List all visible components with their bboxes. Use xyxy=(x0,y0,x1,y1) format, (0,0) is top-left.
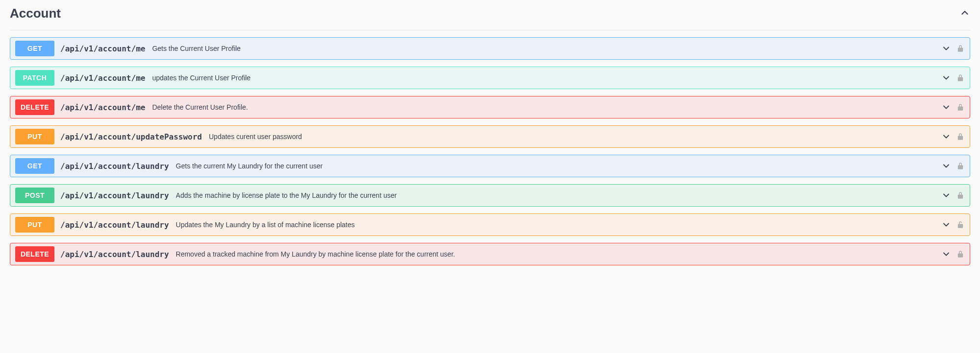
lock-icon[interactable] xyxy=(956,191,965,200)
endpoint-description: Updates curent user password xyxy=(209,133,941,141)
row-actions xyxy=(941,44,965,53)
operation-row[interactable]: POST/api/v1/account/laundryAdds the mach… xyxy=(10,184,970,207)
method-badge: PUT xyxy=(15,217,54,233)
endpoint-description: updates the Current User Profile xyxy=(152,74,941,82)
operation-list: GET/api/v1/account/meGets the Current Us… xyxy=(10,37,970,265)
endpoint-path: /api/v1/account/laundry xyxy=(60,250,169,259)
lock-icon[interactable] xyxy=(956,44,965,53)
lock-icon[interactable] xyxy=(956,162,965,170)
endpoint-path: /api/v1/account/laundry xyxy=(60,220,169,230)
row-actions xyxy=(941,220,965,230)
endpoint-description: Updates the My Laundry by a list of mach… xyxy=(176,221,941,229)
row-actions xyxy=(941,102,965,112)
chevron-down-icon[interactable] xyxy=(941,161,951,171)
endpoint-description: Removed a tracked machine from My Laundr… xyxy=(176,250,941,258)
row-actions xyxy=(941,161,965,171)
method-badge: PATCH xyxy=(15,70,54,86)
chevron-down-icon[interactable] xyxy=(941,102,951,112)
lock-open-icon[interactable] xyxy=(956,220,965,229)
lock-icon[interactable] xyxy=(956,132,965,141)
lock-icon[interactable] xyxy=(956,250,965,259)
operation-row[interactable]: DELETE/api/v1/account/laundryRemoved a t… xyxy=(10,243,970,265)
method-badge: DELETE xyxy=(15,246,54,262)
operation-row[interactable]: DELETE/api/v1/account/meDelete the Curre… xyxy=(10,96,970,118)
endpoint-path: /api/v1/account/laundry xyxy=(60,162,169,171)
endpoint-path: /api/v1/account/updatePassword xyxy=(60,132,202,141)
lock-icon[interactable] xyxy=(956,73,965,82)
row-actions xyxy=(941,190,965,200)
operation-row[interactable]: PUT/api/v1/account/updatePasswordUpdates… xyxy=(10,125,970,148)
row-actions xyxy=(941,132,965,141)
endpoint-path: /api/v1/account/laundry xyxy=(60,191,169,200)
method-badge: POST xyxy=(15,188,54,203)
endpoint-path: /api/v1/account/me xyxy=(60,73,145,83)
method-badge: DELETE xyxy=(15,99,54,115)
endpoint-description: Gets the current My Laundry for the curr… xyxy=(176,162,941,170)
endpoint-description: Adds the machine by license plate to the… xyxy=(176,191,941,199)
operation-row[interactable]: PATCH/api/v1/account/meupdates the Curre… xyxy=(10,67,970,89)
endpoint-description: Delete the Current User Profile. xyxy=(152,103,941,111)
row-actions xyxy=(941,73,965,83)
endpoint-path: /api/v1/account/me xyxy=(60,44,145,53)
chevron-down-icon[interactable] xyxy=(941,249,951,259)
method-badge: PUT xyxy=(15,129,54,144)
chevron-down-icon[interactable] xyxy=(941,132,951,141)
chevron-down-icon[interactable] xyxy=(941,190,951,200)
section-header[interactable]: Account xyxy=(10,0,970,30)
endpoint-path: /api/v1/account/me xyxy=(60,103,145,112)
section-title: Account xyxy=(10,6,61,21)
operation-row[interactable]: GET/api/v1/account/laundryGets the curre… xyxy=(10,155,970,177)
lock-icon[interactable] xyxy=(956,103,965,112)
operation-row[interactable]: PUT/api/v1/account/laundryUpdates the My… xyxy=(10,213,970,236)
chevron-down-icon[interactable] xyxy=(941,73,951,83)
endpoint-description: Gets the Current User Profile xyxy=(152,45,941,52)
row-actions xyxy=(941,249,965,259)
operation-row[interactable]: GET/api/v1/account/meGets the Current Us… xyxy=(10,37,970,60)
chevron-down-icon[interactable] xyxy=(941,44,951,53)
method-badge: GET xyxy=(15,158,54,174)
method-badge: GET xyxy=(15,41,54,56)
chevron-up-icon xyxy=(959,7,970,20)
chevron-down-icon[interactable] xyxy=(941,220,951,230)
